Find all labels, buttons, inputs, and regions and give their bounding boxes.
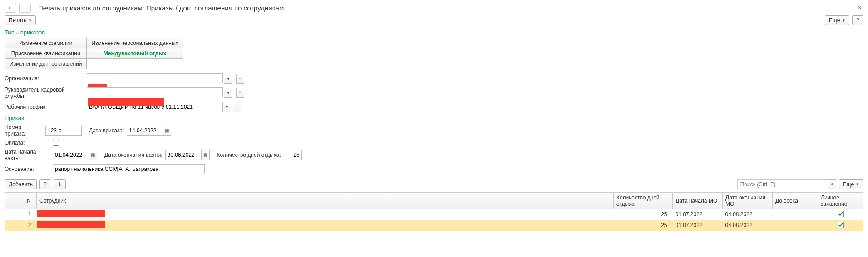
type-intershift-rest[interactable]: Междувахтовый отдых (87, 48, 183, 59)
payment-label: Оплата: (5, 140, 50, 146)
hr-head-field-wrap: ▼ ▫ (87, 87, 244, 98)
cell-employee: А (37, 220, 614, 231)
help-button-label: ? (856, 17, 859, 24)
shift-start-input[interactable] (53, 150, 89, 160)
rest-days-input[interactable] (284, 150, 302, 160)
payment-checkbox[interactable] (53, 140, 59, 146)
open-icon[interactable]: ▫ (236, 88, 244, 98)
col-employee[interactable]: Сотрудник (37, 192, 614, 209)
arrow-up-icon: 🡑 (43, 181, 48, 188)
help-button[interactable]: ? (852, 15, 863, 25)
table-toolbar: Добавить 🡑 🡓 × Еще ▼ (5, 179, 863, 189)
table-row[interactable]: 2 А 25 01.07.2022 04.08.2022 (5, 220, 863, 231)
schedule-input[interactable] (87, 102, 223, 112)
col-deadline[interactable]: До срока (773, 192, 818, 209)
move-up-button[interactable]: 🡑 (39, 179, 51, 189)
checkbox-checked-icon (838, 211, 844, 217)
order-no-label: Номер приказа: (5, 124, 43, 137)
calendar-icon[interactable]: ▦ (163, 126, 171, 136)
type-change-agreements[interactable]: Изменение доп. соглашений (5, 59, 87, 69)
organization-field-wrap: ▼ ▫ (87, 73, 244, 84)
schedule-label: Рабочий график: (5, 104, 84, 110)
search-input[interactable] (737, 179, 828, 189)
redacted-block (37, 221, 105, 228)
cell-employee: А (37, 209, 614, 220)
more-button-label: Еще (829, 17, 840, 24)
cell-personal[interactable] (818, 209, 863, 220)
col-end[interactable]: Дата окончания МО (723, 192, 773, 209)
redacted-block (37, 210, 105, 217)
shift-start-label: Дата начала вахты: (5, 149, 50, 161)
add-button[interactable]: Добавить (5, 179, 37, 189)
calendar-icon[interactable]: ▦ (202, 150, 210, 160)
nav-forward-button[interactable]: → (19, 3, 31, 13)
cell-days: 25 (614, 220, 673, 231)
col-personal[interactable]: Личное заявление (818, 192, 863, 209)
move-down-button[interactable]: 🡓 (54, 179, 66, 189)
order-date-label: Дата приказа: (89, 127, 124, 134)
dropdown-icon[interactable]: ▼ (223, 102, 231, 112)
order-no-input[interactable] (45, 126, 82, 136)
col-days[interactable]: Количество дней отдыха (614, 192, 673, 209)
page-title: Печать приказов по сотрудникам: Приказы … (38, 4, 284, 12)
cell-deadline (773, 220, 818, 231)
reason-label: Основание: (5, 166, 50, 172)
more-button[interactable]: Еще ▼ (825, 15, 849, 25)
hr-head-input[interactable] (87, 87, 223, 97)
cell-n: 1 (5, 209, 37, 220)
cell-end: 04.08.2022 (723, 220, 773, 231)
col-start[interactable]: Дата начала МО (673, 192, 723, 209)
organization-label: Организация: (5, 75, 84, 82)
checkbox-checked-icon (838, 222, 844, 228)
type-change-personal-data[interactable]: Изменение персональных данных (87, 38, 183, 48)
arrow-right-icon: → (22, 4, 28, 11)
clear-search-icon[interactable]: × (828, 179, 836, 189)
caret-down-icon: ▼ (842, 19, 845, 23)
cell-n: 2 (5, 220, 37, 231)
cell-start: 01.07.2022 (673, 209, 723, 220)
shift-end-label: Дата окончания вахты: (104, 152, 163, 158)
arrow-left-icon: ← (7, 4, 14, 11)
cell-deadline (773, 209, 818, 220)
empty-cell (87, 59, 183, 69)
open-icon[interactable]: ▫ (233, 102, 241, 112)
order-date-input[interactable] (127, 126, 163, 136)
table-more-label: Еще (843, 181, 854, 188)
table-more-button[interactable]: Еще ▼ (839, 179, 863, 189)
cell-start: 01.07.2022 (673, 220, 723, 231)
caret-down-icon: ▼ (856, 182, 859, 186)
dropdown-icon[interactable]: ▼ (224, 88, 232, 98)
cell-days: 25 (614, 209, 673, 220)
section-order-title: Приказ (5, 115, 863, 121)
type-change-surname[interactable]: Изменение фамилии (5, 38, 87, 48)
order-types-grid: Изменение фамилии Изменение персональных… (5, 38, 183, 69)
arrow-down-icon: 🡓 (57, 181, 63, 188)
type-assign-qualification[interactable]: Присвоение квалификации (5, 48, 87, 59)
window-header: ← → Печать приказов по сотрудникам: Прик… (5, 3, 863, 13)
table-row[interactable]: 1 А 25 01.07.2022 04.08.2022 (5, 209, 863, 220)
schedule-field-wrap: ▼ ▫ (87, 102, 241, 112)
add-button-label: Добавить (9, 181, 33, 188)
open-icon[interactable]: ▫ (236, 74, 244, 84)
close-icon[interactable]: × (856, 3, 863, 12)
cell-personal[interactable] (818, 220, 863, 231)
col-n[interactable]: N (5, 192, 37, 209)
caret-down-icon: ▼ (28, 19, 32, 23)
reason-input[interactable] (53, 164, 205, 174)
dropdown-icon[interactable]: ▼ (224, 74, 232, 84)
more-options-icon[interactable]: ⋮ (844, 4, 852, 12)
cell-end: 04.08.2022 (723, 209, 773, 220)
shift-end-input[interactable] (165, 150, 202, 160)
rest-days-label: Количество дней отдыха: (217, 152, 281, 158)
employees-table: N Сотрудник Количество дней отдыха Дата … (5, 192, 863, 231)
print-button[interactable]: Печать ▼ (5, 15, 36, 25)
section-types-title: Типы приказов (5, 29, 863, 36)
nav-back-button[interactable]: ← (5, 3, 16, 13)
hr-head-label: Руководитель кадровой службы: (5, 87, 84, 99)
toolbar: Печать ▼ Еще ▼ ? (5, 15, 863, 25)
organization-input[interactable] (87, 73, 223, 83)
print-button-label: Печать (9, 17, 26, 24)
calendar-icon[interactable]: ▦ (89, 150, 97, 160)
